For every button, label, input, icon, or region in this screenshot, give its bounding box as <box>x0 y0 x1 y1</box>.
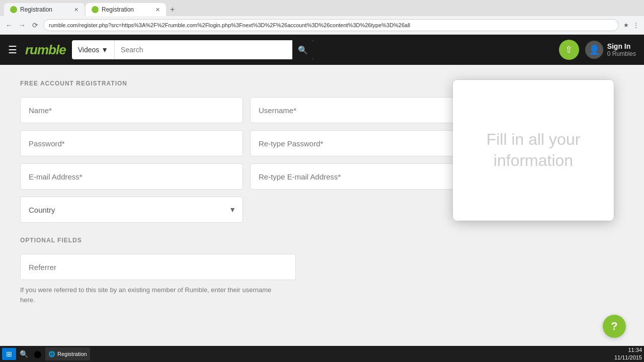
tab-label-1: Registration <box>20 6 52 13</box>
search-input[interactable] <box>115 40 292 59</box>
tab-label-2: Registration <box>102 6 134 13</box>
tab-bar: Registration ✕ Registration ✕ + <box>0 0 644 16</box>
search-icon: 🔍 <box>298 45 308 55</box>
address-bar: ← → ⟳ rumble.com/register.php?src=https%… <box>0 16 644 34</box>
avatar: 👤 <box>585 41 603 59</box>
referrer-field[interactable] <box>20 254 296 280</box>
url-input[interactable]: rumble.com/register.php?src=https%3A%2F%… <box>43 19 619 31</box>
optional-section: OPTIONAL FIELDS If you were referred to … <box>20 237 624 305</box>
retype-email-field[interactable] <box>250 163 473 190</box>
browser-taskbar-label: Registration <box>57 351 87 357</box>
country-select[interactable]: Country United States Canada United King… <box>20 197 243 223</box>
help-button[interactable]: ? <box>603 315 626 338</box>
refresh-button[interactable]: ⟳ <box>30 20 40 30</box>
videos-dropdown[interactable]: Videos ▼ <box>72 40 115 59</box>
country-wrapper: Country United States Canada United King… <box>20 197 243 223</box>
sign-in-button[interactable]: 👤 Sign In 0 Rumbles <box>585 41 636 59</box>
taskbar-right: 11:34 11/11/2015 <box>614 346 642 362</box>
referrer-note: If you were referred to this site by an … <box>20 285 282 305</box>
tab-favicon-1 <box>10 6 17 13</box>
tooltip-card: Fill in all your information <box>453 80 614 221</box>
rumbles-count: 0 Rumbles <box>607 50 636 57</box>
browser-tab-2[interactable]: Registration ✕ <box>86 3 166 16</box>
password-field[interactable] <box>20 130 243 156</box>
search-bar: Videos ▼ 🔍 <box>72 40 313 59</box>
retype-password-field[interactable] <box>250 130 473 156</box>
registration-form: Country United States Canada United King… <box>20 97 473 223</box>
tab-favicon-2 <box>92 6 99 13</box>
tooltip-text: Fill in all your information <box>453 119 614 181</box>
new-tab-button[interactable]: + <box>167 4 178 15</box>
tab-close-2[interactable]: ✕ <box>155 7 160 13</box>
tab-close-1[interactable]: ✕ <box>74 7 78 13</box>
forward-button[interactable]: → <box>17 20 27 30</box>
upload-button[interactable]: ⇧ <box>559 40 579 60</box>
videos-label: Videos <box>78 46 100 54</box>
taskbar-time-display: 11:34 <box>614 346 642 354</box>
taskbar-search-icon[interactable]: 🔍 <box>17 347 30 360</box>
sign-in-label: Sign In <box>607 42 636 50</box>
optional-title: OPTIONAL FIELDS <box>20 237 624 244</box>
search-button[interactable]: 🔍 <box>292 40 313 59</box>
name-field[interactable] <box>20 97 243 123</box>
star-icon[interactable]: ★ <box>622 21 630 29</box>
hamburger-menu[interactable]: ☰ <box>8 44 17 56</box>
taskbar-cortana-icon[interactable]: ⬤ <box>31 347 44 360</box>
email-field[interactable] <box>20 163 243 190</box>
sign-in-text: Sign In 0 Rumbles <box>607 42 636 57</box>
user-icon: 👤 <box>589 44 600 55</box>
help-icon: ? <box>611 320 617 333</box>
taskbar: ⊞ 🔍 ⬤ 🌐 Registration 11:34 11/11/2015 <box>0 346 644 362</box>
dropdown-arrow-icon: ▼ <box>101 46 108 54</box>
taskbar-date-display: 11/11/2015 <box>614 354 642 361</box>
back-button[interactable]: ← <box>4 20 14 30</box>
url-text: rumble.com/register.php?src=https%3A%2F%… <box>49 22 410 28</box>
browser-toolbar: ★ ⋮ <box>622 21 640 29</box>
menu-icon[interactable]: ⋮ <box>632 21 640 29</box>
upload-icon: ⇧ <box>565 44 573 55</box>
site-nav: ☰ rumble Videos ▼ 🔍 ⇧ 👤 Sign In 0 Rumble… <box>0 35 644 65</box>
nav-right: ⇧ 👤 Sign In 0 Rumbles <box>559 40 636 60</box>
site-logo[interactable]: rumble <box>25 42 66 58</box>
taskbar-clock: 11:34 11/11/2015 <box>614 346 642 362</box>
username-field[interactable] <box>250 97 473 123</box>
browser-taskbar-icon: 🌐 <box>48 351 55 357</box>
taskbar-browser-app[interactable]: 🌐 Registration <box>45 347 90 360</box>
browser-tab-1[interactable]: Registration ✕ <box>4 3 85 16</box>
start-button[interactable]: ⊞ <box>2 348 16 360</box>
main-content: FREE ACCOUNT REGISTRATION Country United… <box>0 65 644 346</box>
browser-chrome: Registration ✕ Registration ✕ + ← → ⟳ ru… <box>0 0 644 35</box>
